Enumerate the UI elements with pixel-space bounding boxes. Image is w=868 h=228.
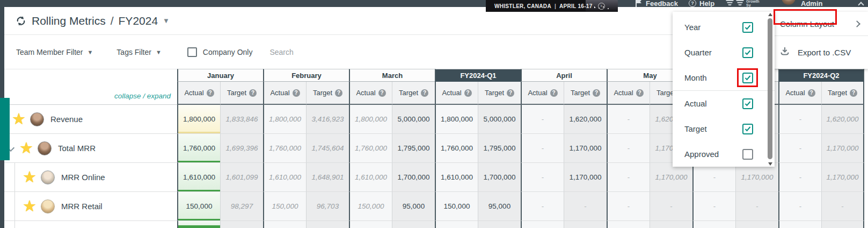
metric-cell[interactable] [220,221,263,228]
menu-scrollbar[interactable] [767,13,774,166]
metric-row-label[interactable]: ★Total MRR [4,134,177,163]
metric-cell[interactable]: 1,170,000 [564,134,607,163]
event-banner[interactable]: WHISTLER, CANADA|APRIL 16-17 › [486,0,618,12]
metric-cell[interactable]: 95,000 [478,192,521,221]
metric-cell[interactable]: 1,800,000 [177,105,220,134]
metric-cell[interactable]: 1,610,000 [349,163,392,192]
metric-cell[interactable]: 1,170,000 [821,163,864,192]
expand-link[interactable]: expand [147,92,171,100]
metric-cell[interactable] [478,221,521,228]
caret-down-icon[interactable]: ▼ [87,49,93,55]
collapse-expand-toggle[interactable]: collapse / expand [114,92,171,100]
help-icon[interactable]: ? [293,89,300,97]
column-menu-item-actual[interactable]: Actual [673,91,775,116]
metric-cell[interactable]: 1,610,000 [177,163,220,192]
star-icon[interactable]: ★ [23,198,37,214]
star-icon[interactable]: ★ [23,169,37,185]
metric-cell[interactable]: - [778,163,821,192]
metric-cell[interactable]: - [607,134,650,163]
growth-system-logo[interactable]: GrowthSy [726,0,760,7]
metric-cell[interactable]: 1,610,000 [435,163,478,192]
metric-cell[interactable]: 1,800,000 [263,105,306,134]
metric-cell[interactable]: 95,000 [392,192,435,221]
company-only-checkbox[interactable] [187,47,197,57]
metric-cell[interactable]: - [735,192,778,221]
metric-cell[interactable]: 1,760,000 [263,134,306,163]
star-icon[interactable]: ★ [12,111,26,127]
column-menu-item-approved[interactable]: Approved [673,141,775,167]
metric-cell[interactable]: 1,620,000 [564,105,607,134]
metric-cell[interactable]: 1,760,000 [435,134,478,163]
column-menu-item-target[interactable]: Target [673,116,775,141]
scroll-down-icon[interactable] [768,162,772,166]
metric-cell[interactable] [349,221,392,228]
metric-cell[interactable]: - [778,192,821,221]
help-icon[interactable]: ? [850,89,857,97]
metric-cell[interactable]: 1,170,000 [564,163,607,192]
refresh-icon[interactable] [15,15,27,27]
metric-cell[interactable]: - [650,192,692,221]
period-selector[interactable]: FY2024 [119,15,158,27]
help-icon[interactable]: ? [207,89,214,97]
scrollbar-thumb[interactable] [768,18,772,159]
metric-cell[interactable]: 5,000,000 [392,105,435,134]
checked-checkbox[interactable] [742,22,753,33]
metric-cell[interactable]: 1,170,000 [650,163,692,192]
search-input[interactable] [268,47,327,57]
checked-checkbox[interactable] [742,47,753,58]
metric-cell[interactable]: 1,700,000 [478,163,521,192]
metric-cell[interactable]: 96,703 [306,192,349,221]
metric-cell[interactable]: - [564,192,607,221]
help-icon[interactable]: ? [808,89,815,97]
metric-row-label[interactable]: ★Revenue [4,105,177,134]
metric-cell[interactable]: - [778,134,821,163]
metric-cell[interactable]: 150,000 [263,192,306,221]
metric-cell[interactable]: 1,795,000 [392,134,435,163]
metric-cell[interactable] [564,221,607,228]
team-member-filter[interactable]: Team Member Filter [16,48,83,56]
scroll-up-icon[interactable] [768,13,772,16]
column-menu-item-month[interactable]: Month [673,65,775,90]
metric-cell[interactable]: - [607,163,650,192]
metric-cell[interactable]: - [607,105,650,134]
metric-cell[interactable]: 1,760,000 [177,134,220,163]
metric-cell[interactable]: 1,760,000 [349,134,392,163]
metric-cell[interactable]: - [692,163,735,192]
metric-cell[interactable]: 98,297 [220,192,263,221]
metric-cell[interactable]: 1,170,000 [821,134,864,163]
metric-cell[interactable]: 150,000 [435,192,478,221]
metric-cell[interactable]: 1,620,000 [821,105,864,134]
metric-cell[interactable] [177,221,220,228]
metric-cell[interactable]: 1,610,000 [263,163,306,192]
column-menu-item-year[interactable]: Year [673,15,775,40]
collapse-link[interactable]: collapse [114,92,141,100]
metric-cell[interactable] [650,221,692,228]
metric-cell[interactable] [778,221,821,228]
help-icon[interactable]: ? [593,89,600,97]
column-menu-item-quarter[interactable]: Quarter [673,40,775,65]
checked-checkbox[interactable] [742,124,753,134]
metric-cell[interactable]: 1,170,000 [735,163,778,192]
export-csv-item[interactable]: Export to .CSV [775,36,868,68]
metric-cell[interactable]: - [821,192,864,221]
metric-cell[interactable]: 1,745,604 [306,134,349,163]
caret-down-icon[interactable]: ▼ [156,49,162,55]
metric-cell[interactable] [263,221,306,228]
metric-cell[interactable]: 1,648,901 [306,163,349,192]
metric-cell[interactable]: - [521,192,564,221]
metric-cell[interactable] [521,221,564,228]
metric-cell[interactable]: 1,800,000 [435,105,478,134]
help-icon[interactable]: ? [378,89,386,97]
caret-down-icon[interactable]: ▼ [163,17,170,25]
metric-cell[interactable] [607,221,650,228]
metric-cell[interactable]: 1,601,099 [220,163,263,192]
checked-checkbox[interactable] [742,98,753,109]
help-icon[interactable]: ? [550,89,558,97]
metric-cell[interactable] [392,221,435,228]
unchecked-checkbox[interactable] [742,149,753,160]
metric-cell[interactable]: - [521,134,564,163]
metric-cell[interactable]: 1,800,000 [349,105,392,134]
collapse-topbar-button[interactable] [859,0,863,7]
metric-cell[interactable]: - [778,105,821,134]
help-icon[interactable]: ? [507,89,514,97]
